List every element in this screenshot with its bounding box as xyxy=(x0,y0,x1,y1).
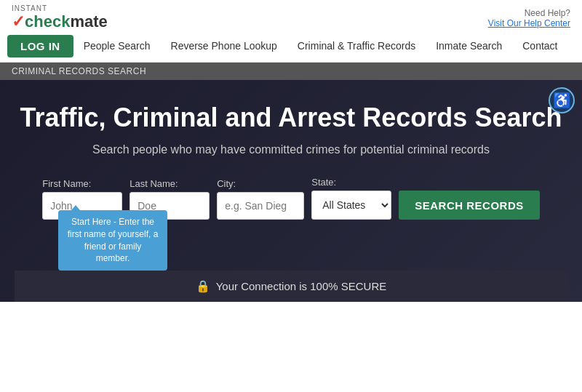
state-select[interactable]: All States ALAKAZAR CACOCTDE FLGAHIID IL… xyxy=(311,191,391,220)
logo-mate: mate xyxy=(70,12,107,31)
help-center-link[interactable]: Visit Our Help Center xyxy=(488,18,570,28)
accessibility-button[interactable]: ♿ xyxy=(549,87,575,113)
hero-section: ♿ Traffic, Criminal and Arrest Records S… xyxy=(0,80,582,302)
checkmark-icon: ✓ xyxy=(12,12,25,31)
breadcrumb: CRIMINAL RECORDS SEARCH xyxy=(0,63,582,80)
first-name-label: First Name: xyxy=(42,178,91,189)
logo[interactable]: INSTANT ✓ check mate xyxy=(12,4,108,31)
state-group: State: All States ALAKAZAR CACOCTDE FLGA… xyxy=(311,177,391,220)
hero-subtitle: Search people who may have committed cri… xyxy=(80,143,502,156)
secure-bar: 🔒 Your Connection is 100% SECURE xyxy=(15,271,567,302)
city-group: City: xyxy=(217,178,304,220)
hero-title: Traffic, Criminal and Arrest Records Sea… xyxy=(15,102,567,133)
nav-reverse-phone[interactable]: Reverse Phone Lookup xyxy=(161,34,287,57)
nav-people-search[interactable]: People Search xyxy=(73,34,161,57)
city-label: City: xyxy=(217,178,236,189)
logo-check: check xyxy=(25,12,70,31)
last-name-label: Last Name: xyxy=(129,178,178,189)
nav-contact[interactable]: Contact xyxy=(512,34,567,57)
help-section: Need Help? Visit Our Help Center xyxy=(488,8,570,28)
city-input[interactable] xyxy=(217,192,304,220)
search-form: First Name: Last Name: City: State: All … xyxy=(15,177,567,233)
nav-criminal-traffic[interactable]: Criminal & Traffic Records xyxy=(287,34,426,57)
header-nav-row: LOG IN People Search Reverse Phone Looku… xyxy=(0,33,582,63)
main-nav: People Search Reverse Phone Lookup Crimi… xyxy=(73,34,568,57)
login-button[interactable]: LOG IN xyxy=(7,35,73,57)
logo-instant: INSTANT xyxy=(12,4,108,12)
tooltip-bubble: Start Here - Enter the first name of you… xyxy=(58,210,167,271)
lock-icon: 🔒 xyxy=(196,279,210,293)
state-label: State: xyxy=(311,177,336,188)
search-records-button[interactable]: SEARCH RECORDS xyxy=(399,191,540,220)
nav-inmate-search[interactable]: Inmate Search xyxy=(426,34,512,57)
help-label: Need Help? xyxy=(525,8,570,18)
secure-text: Your Connection is 100% SECURE xyxy=(216,280,387,292)
header-top: INSTANT ✓ check mate Need Help? Visit Ou… xyxy=(0,0,582,33)
